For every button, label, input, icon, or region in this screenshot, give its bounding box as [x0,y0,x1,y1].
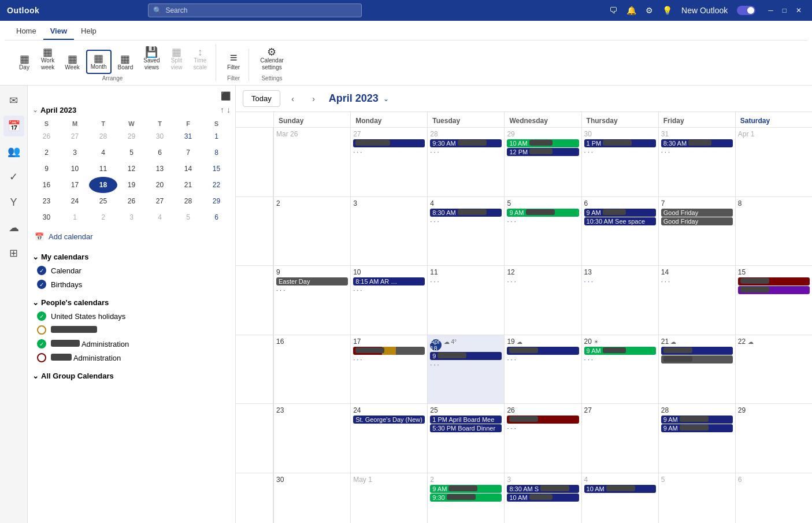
day-may6[interactable]: 6 [735,473,812,524]
cal-event[interactable] [507,347,579,355]
idea-icon[interactable]: 💡 [662,6,672,15]
cal-more[interactable]: · · · [276,286,348,294]
cal-event[interactable]: 10 AM [507,139,579,147]
day-mar28[interactable]: 28 9:30 AM · · · [427,128,504,196]
cal-more[interactable]: · · · [430,361,502,369]
mini-cal-day[interactable]: 2 [32,144,61,161]
day-may2[interactable]: 2 9 AM 9:30 [427,473,504,524]
cal-event-purple[interactable] [738,286,810,294]
day-apr1[interactable]: Apr 1 [735,128,812,196]
day-10[interactable]: 10 8:15 AM AR · · · [350,266,427,335]
all-group-calendars-header[interactable]: ⌄ All Group Calendars [32,369,231,383]
st-georges-day-event[interactable]: St. George's Day (New) [353,416,425,424]
cal-event-2[interactable]: 9:30 [430,494,502,502]
feedback-icon[interactable]: 🗨 [609,6,617,15]
day-3[interactable]: 3 [350,197,427,266]
nav-yammer-icon[interactable]: Y [3,192,24,213]
minimize-btn[interactable]: ─ [765,6,777,14]
board-dinner-event[interactable]: 5:30 PM Board Dinner [430,424,502,432]
day-21[interactable]: 21 ☁ [658,335,735,404]
mini-cal-day[interactable]: 30 [32,209,61,225]
day-may5[interactable]: 5 [658,473,735,524]
cal-item-person1[interactable] [32,323,231,337]
cal-more[interactable]: · · · [661,277,733,285]
maximize-btn[interactable]: □ [779,6,790,14]
search-bar[interactable]: 🔍 Search [148,3,362,17]
mini-cal-day[interactable]: 5 [174,209,202,225]
cal-more[interactable]: · · · [507,277,579,285]
day-4[interactable]: 4 8:30 AM · · · [427,197,504,266]
cal-item-calendar[interactable]: ✓ Calendar [32,264,231,277]
cal-event[interactable] [507,416,579,424]
mini-cal-day[interactable]: 19 [117,177,146,193]
cal-more[interactable]: · · · [661,148,733,156]
cal-event[interactable]: 9 AM [430,485,502,493]
day-30[interactable]: 30 [273,473,350,524]
april-board-meeting-event[interactable]: 1 PM April Board Mee [430,416,502,424]
mini-cal-day[interactable]: 21 [174,177,202,193]
mini-cal-day[interactable]: 29 [117,128,146,144]
cal-item-us-holidays[interactable]: ✓ United States holidays [32,309,231,323]
day-may1[interactable]: May 1 [350,473,427,524]
mini-cal-day[interactable]: 28 [89,128,117,144]
cal-event[interactable] [353,139,425,147]
day-17[interactable]: 17 · · · [350,335,427,404]
mini-cal-day[interactable]: 3 [61,144,89,161]
cal-item-birthdays[interactable]: ✓ Birthdays [32,277,231,291]
week-view-btn[interactable]: ▦ Week [61,51,83,74]
day-14[interactable]: 14 · · · [658,266,735,335]
cal-more[interactable]: · · · [507,424,579,432]
mini-cal-day[interactable]: 3 [117,209,146,225]
day-mar31[interactable]: 31 8:30 AM · · · [658,128,735,196]
mini-cal-day[interactable]: 4 [89,144,117,161]
day-5[interactable]: 5 9 AM · · · [504,197,581,266]
mini-cal-day[interactable]: 24 [61,193,89,209]
day-7[interactable]: 7 Good Friday Good Friday [658,197,735,266]
cal-event[interactable]: 8:30 AM [430,209,502,217]
mini-cal-day[interactable]: 15 [202,161,231,177]
mini-cal-day[interactable]: 7 [174,144,202,161]
day-22[interactable]: 22 ☁ [735,335,812,404]
day-16[interactable]: 16 [273,335,350,404]
cal-event-gray[interactable] [661,355,733,363]
day-13[interactable]: 13 · · · [581,266,658,335]
mini-cal-day[interactable]: 22 [202,177,231,193]
mini-cal-day[interactable]: 6 [146,144,174,161]
cal-item-person2[interactable]: ✓ Administration [32,337,231,351]
workweek-view-btn[interactable]: ▦ Workweek [37,44,58,74]
day-24[interactable]: 24 St. George's Day (New) [350,404,427,473]
nav-people-icon[interactable]: 👥 [3,141,24,162]
day-19[interactable]: 19 ☁ · · · [504,335,581,404]
cal-event-2[interactable]: 10 AM [507,494,579,502]
day-12[interactable]: 12 · · · [504,266,581,335]
next-month-btn[interactable]: › [306,91,322,107]
tab-view[interactable]: View [43,23,74,40]
mini-cal-day[interactable]: 8 [202,144,231,161]
cal-event-2[interactable]: 9 AM [661,424,733,432]
mini-cal-day[interactable]: 1 [202,128,231,144]
settings-icon[interactable]: ⚙ [646,6,653,15]
day-26[interactable]: 26 · · · [504,404,581,473]
nav-tasks-icon[interactable]: ✓ [3,166,24,187]
tab-home[interactable]: Home [9,23,43,40]
mini-cal-day[interactable]: 25 [89,193,117,209]
day-11[interactable]: 11 · · · [427,266,504,335]
mini-cal-day[interactable]: 2 [89,209,117,225]
nav-calendar-icon[interactable]: 📅 [3,116,24,136]
day-view-btn[interactable]: ▦ Day [14,51,35,74]
new-outlook-toggle[interactable] [737,6,755,15]
today-button[interactable]: Today [243,90,280,107]
close-btn[interactable]: ✕ [792,6,805,14]
cal-event[interactable]: 9:30 AM [430,139,502,147]
good-friday-event-1[interactable]: Good Friday [661,209,733,217]
calendar-title-dropdown-icon[interactable]: ⌄ [383,95,389,103]
bell-icon[interactable]: 🔔 [626,6,636,15]
nav-onedrive-icon[interactable]: ☁ [3,217,24,238]
mini-cal-day[interactable]: 27 [146,193,174,209]
mini-cal-day[interactable]: 27 [61,128,89,144]
cal-more[interactable]: · · · [584,355,656,363]
day-15[interactable]: 15 [735,266,812,335]
day-may3[interactable]: 3 8:30 AM S 10 AM [504,473,581,524]
day-8[interactable]: 8 [735,197,812,266]
cal-more[interactable]: · · · [430,217,502,225]
